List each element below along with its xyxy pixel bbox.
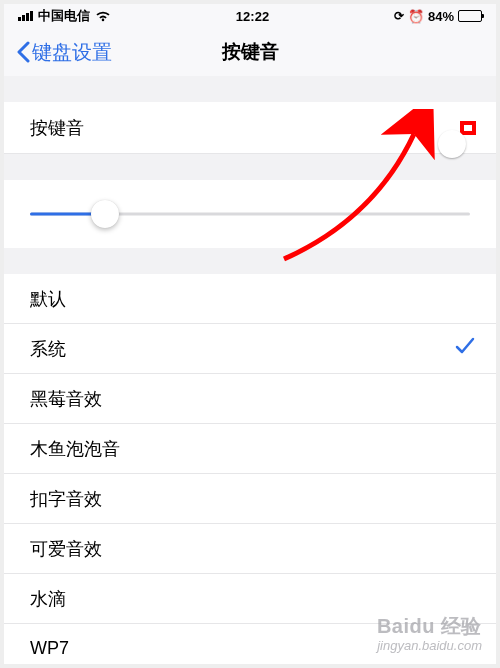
- annotation-highlight-box: [460, 121, 476, 135]
- sound-option[interactable]: 系统: [4, 324, 496, 374]
- key-sound-toggle-row: 按键音: [4, 102, 496, 154]
- sound-option[interactable]: 默认: [4, 274, 496, 324]
- alarm-icon: ⏰: [408, 9, 424, 24]
- battery-percent: 84%: [428, 9, 454, 24]
- sound-option-label: 木鱼泡泡音: [30, 437, 120, 461]
- sound-option[interactable]: 木鱼泡泡音: [4, 424, 496, 474]
- checkmark-icon: [454, 335, 476, 362]
- sound-option-label: 系统: [30, 337, 66, 361]
- volume-slider[interactable]: [30, 200, 470, 228]
- sound-option-label: 可爱音效: [30, 537, 102, 561]
- sound-effect-list: 默认系统黑莓音效木鱼泡泡音扣字音效可爱音效水滴WP7可乐音效弹钢琴机械键盘·青轴: [4, 274, 496, 664]
- sound-option-label: WP7: [30, 638, 69, 659]
- sound-option[interactable]: 扣字音效: [4, 474, 496, 524]
- orientation-lock-icon: ⟳: [394, 9, 404, 23]
- chevron-left-icon: [16, 41, 30, 63]
- sound-option-label: 扣字音效: [30, 487, 102, 511]
- carrier-label: 中国电信: [38, 7, 90, 25]
- slider-thumb[interactable]: [91, 200, 119, 228]
- status-time: 12:22: [236, 9, 269, 24]
- toggle-label: 按键音: [30, 116, 84, 140]
- battery-icon: [458, 10, 482, 22]
- sound-option-label: 水滴: [30, 587, 66, 611]
- status-bar: 中国电信 12:22 ⟳ ⏰ 84%: [4, 4, 496, 28]
- back-label: 键盘设置: [32, 39, 112, 66]
- sound-option[interactable]: WP7: [4, 624, 496, 664]
- sound-option-label: 黑莓音效: [30, 387, 102, 411]
- sound-option[interactable]: 黑莓音效: [4, 374, 496, 424]
- back-button[interactable]: 键盘设置: [16, 39, 112, 66]
- sound-option[interactable]: 可爱音效: [4, 524, 496, 574]
- volume-slider-row: [4, 180, 496, 248]
- sound-option-label: 默认: [30, 287, 66, 311]
- signal-icon: [18, 11, 33, 21]
- sound-option[interactable]: 水滴: [4, 574, 496, 624]
- nav-bar: 键盘设置 按键音: [4, 28, 496, 76]
- toggle-knob: [438, 130, 466, 158]
- wifi-icon: [95, 10, 111, 22]
